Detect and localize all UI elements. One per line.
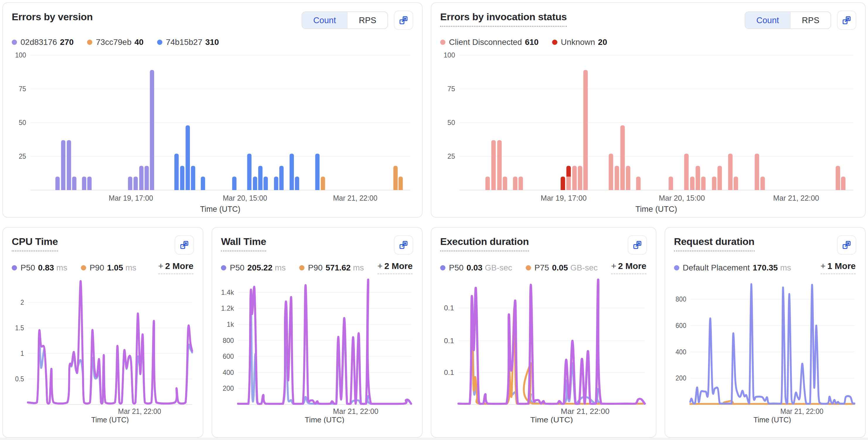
bar-02d83176[interactable] [134,177,138,190]
bar-02d83176[interactable] [150,70,154,190]
legend-item[interactable]: 73cc79eb40 [87,37,144,47]
bar-Client Disconnected[interactable] [513,177,518,190]
bar-Client Disconnected[interactable] [518,177,523,190]
bar-Client Disconnected[interactable] [578,166,582,190]
bar-Client Disconnected[interactable] [669,177,673,190]
expand-button[interactable] [175,235,194,255]
bar-74b15b27[interactable] [258,166,262,190]
bar-Client Disconnected[interactable] [754,154,759,190]
bar-Client Disconnected[interactable] [690,177,694,190]
bar-Client Disconnected[interactable] [684,154,689,190]
wall-time-chart[interactable]: 2004006008001k1.2k1.4kMar 21, 22:00Time … [221,276,413,423]
bar-Unknown[interactable] [561,177,565,190]
bar-02d83176[interactable] [128,177,132,190]
bar-Client Disconnected[interactable] [836,166,840,190]
bar-74b15b27[interactable] [279,166,284,190]
bar-Client Disconnected[interactable] [615,166,619,190]
more-series-link[interactable]: +2 More [158,261,193,274]
toggle-option-rps[interactable]: RPS [790,12,831,28]
bar-74b15b27[interactable] [180,166,184,190]
bar-02d83176[interactable] [139,166,144,190]
legend-item[interactable]: P50205.22ms [221,263,286,272]
bar-Client Disconnected[interactable] [761,177,765,190]
line-series[interactable] [28,281,192,404]
bar-Client Disconnected[interactable] [696,166,700,190]
legend-item[interactable]: P90571.62ms [299,263,364,272]
bar-74b15b27[interactable] [274,177,278,190]
expand-button[interactable] [394,10,413,30]
legend-item[interactable]: Unknown20 [552,37,607,47]
legend-item[interactable]: P750.05GB-sec [526,263,598,272]
bar-74b15b27[interactable] [247,154,251,190]
toggle-option-count[interactable]: Count [302,12,347,28]
bar-74b15b27[interactable] [186,125,190,190]
request-duration-chart[interactable]: 200400600800Mar 21, 22:00Time (UTC) [674,276,856,423]
toggle-option-rps[interactable]: RPS [347,12,388,28]
line-series[interactable] [459,280,645,404]
bar-Client Disconnected[interactable] [503,177,507,190]
legend-item[interactable]: P500.83ms [12,263,67,272]
bar-74b15b27[interactable] [201,177,205,190]
bar-74b15b27[interactable] [289,154,294,190]
plus-icon: + [377,261,383,271]
legend-item[interactable]: P500.03GB-sec [440,263,512,272]
bar-73cc79eb[interactable] [399,177,403,190]
bar-Client Disconnected[interactable] [636,177,641,190]
bar-Client Disconnected[interactable] [566,177,571,190]
bar-02d83176[interactable] [82,177,87,190]
expand-button[interactable] [837,235,856,255]
bar-Client Disconnected[interactable] [497,140,502,190]
legend-item[interactable]: P901.05ms [81,263,136,272]
legend-dot-icon [81,265,86,270]
expand-button[interactable] [837,10,856,30]
line-P75[interactable] [459,303,645,404]
bar-02d83176[interactable] [87,177,92,190]
bar-02d83176[interactable] [67,140,71,190]
bar-Client Disconnected[interactable] [712,177,716,190]
bar-74b15b27[interactable] [174,154,179,190]
bar-Client Disconnected[interactable] [841,177,845,190]
bar-74b15b27[interactable] [295,177,299,190]
toggle-option-count[interactable]: Count [745,12,790,28]
bar-Client Disconnected[interactable] [620,125,625,190]
bar-02d83176[interactable] [61,140,65,190]
line-P50[interactable] [238,294,411,404]
legend-item[interactable]: Client Disconnected610 [440,37,538,47]
more-series-link[interactable]: +2 More [611,261,646,274]
execution-duration-chart[interactable]: 0.10.10.1Mar 21, 22:00Time (UTC) [440,276,647,423]
bar-Client Disconnected[interactable] [485,177,490,190]
more-series-link[interactable]: +1 More [820,261,856,274]
bar-Client Disconnected[interactable] [584,70,588,190]
bar-02d83176[interactable] [55,177,60,190]
bar-02d83176[interactable] [72,177,76,190]
bar-Client Disconnected[interactable] [626,166,630,190]
expand-button[interactable] [628,235,647,255]
bar-74b15b27[interactable] [264,177,268,190]
bar-02d83176[interactable] [145,166,149,190]
legend-item[interactable]: Default Placement170.35ms [674,263,791,272]
legend-item[interactable]: 74b15b27310 [157,37,219,47]
bar-Client Disconnected[interactable] [728,154,733,190]
cpu-time-chart[interactable]: 0.511.52Mar 21, 22:00Time (UTC) [12,276,194,423]
more-series-link[interactable]: +2 More [377,261,413,274]
bar-74b15b27[interactable] [232,177,237,190]
line-series[interactable] [238,280,411,404]
expand-button[interactable] [394,235,413,255]
bar-Client Disconnected[interactable] [734,177,738,190]
line-Default Placement[interactable] [690,284,854,404]
bar-Client Disconnected[interactable] [701,177,706,190]
bar-74b15b27[interactable] [253,177,257,190]
bar-73cc79eb[interactable] [321,177,325,190]
line-P50[interactable] [459,301,645,404]
errors-by-version-chart[interactable]: 255075100Mar 19, 17:00Mar 20, 15:00Mar 2… [12,51,413,215]
bar-Unknown[interactable] [566,166,571,177]
errors-by-invocation-status-chart[interactable]: 255075100Mar 19, 17:00Mar 20, 15:00Mar 2… [440,51,856,215]
bar-74b15b27[interactable] [315,154,320,190]
bar-Client Disconnected[interactable] [491,140,496,190]
bar-Client Disconnected[interactable] [609,154,613,190]
bar-Client Disconnected[interactable] [717,166,722,190]
legend-item[interactable]: 02d83176270 [12,37,73,47]
bar-74b15b27[interactable] [191,166,195,190]
bar-73cc79eb[interactable] [393,166,398,190]
bar-Client Disconnected[interactable] [572,166,577,190]
